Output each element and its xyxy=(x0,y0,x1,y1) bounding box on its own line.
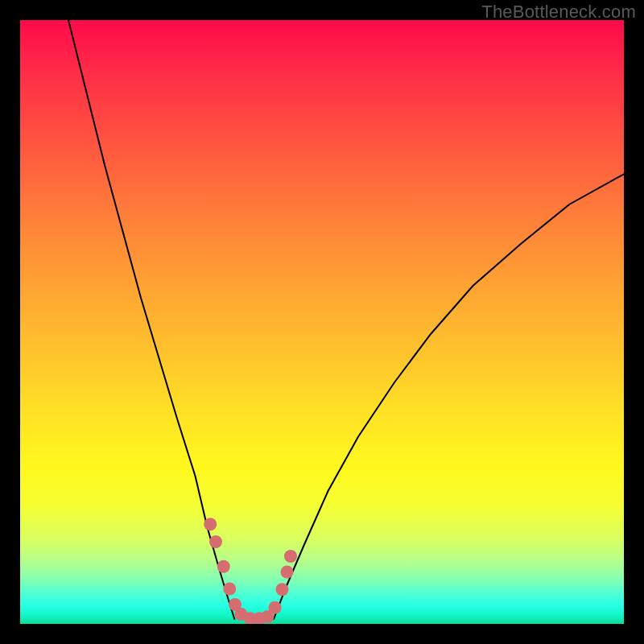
data-marker xyxy=(217,560,230,573)
data-marker xyxy=(223,583,236,596)
data-marker xyxy=(276,583,289,596)
plot-area xyxy=(20,20,624,624)
data-marker xyxy=(284,550,297,563)
data-marker xyxy=(204,518,217,530)
watermark-text: TheBottleneck.com xyxy=(481,2,636,23)
data-marker xyxy=(269,601,282,614)
right-arm-path xyxy=(274,174,624,619)
chart-frame: TheBottleneck.com xyxy=(0,0,644,644)
data-marker xyxy=(281,566,294,579)
bottleneck-curves xyxy=(68,20,624,619)
data-markers xyxy=(204,518,297,624)
curve-layer xyxy=(20,20,624,624)
data-marker xyxy=(209,535,222,548)
